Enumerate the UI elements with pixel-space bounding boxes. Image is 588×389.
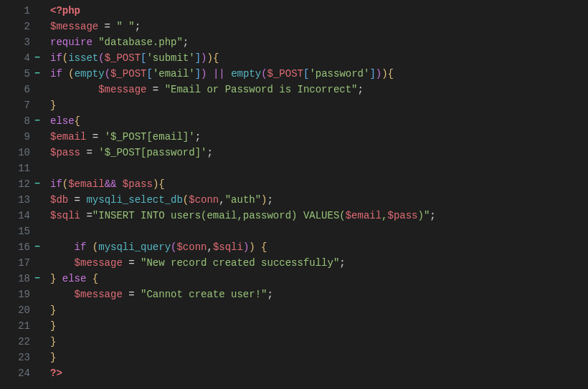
code-line[interactable]: $message = "Cannot create user!";: [50, 287, 588, 302]
code-token: ]: [369, 68, 375, 80]
code-line[interactable]: }: [50, 350, 588, 365]
code-line[interactable]: [50, 224, 588, 239]
code-token: "Cannot create user!": [141, 289, 267, 300]
code-line[interactable]: $message = "Email or Password is Incorre…: [50, 82, 588, 97]
code-token: [86, 273, 92, 284]
code-line[interactable]: }: [50, 334, 588, 350]
code-token: =: [98, 21, 116, 32]
code-token: ;: [339, 257, 345, 269]
code-token: if: [50, 178, 62, 190]
code-line[interactable]: if (mysqli_query($conn,$sqli)) {: [50, 239, 588, 255]
line-number: 19: [4, 287, 30, 302]
code-token: $sqli: [213, 241, 243, 253]
code-token: =: [123, 289, 141, 300]
code-token: ;: [430, 210, 435, 221]
code-line[interactable]: if($email&& $pass){: [50, 176, 588, 192]
code-token: ): [201, 68, 207, 80]
code-token: $email: [346, 210, 381, 221]
code-token: [225, 68, 231, 80]
code-token: =: [80, 210, 93, 221]
code-token: isset: [68, 52, 98, 64]
code-line[interactable]: ?>: [50, 365, 588, 381]
code-line[interactable]: $message = " ";: [50, 19, 588, 34]
fold-toggle-icon[interactable]: −: [34, 239, 40, 255]
code-token: ;: [207, 147, 212, 158]
code-line[interactable]: else{: [50, 113, 588, 129]
line-number: 10: [4, 145, 30, 160]
code-line[interactable]: if (empty($_POST['email']) || empty($_PO…: [50, 66, 588, 82]
code-token: }: [50, 304, 56, 316]
line-number: 14: [4, 208, 30, 224]
code-token: &&: [105, 178, 117, 190]
line-number: 23: [4, 350, 30, 365]
code-token: $email: [50, 131, 86, 143]
code-line[interactable]: $email = '$_POST[email]';: [50, 129, 588, 145]
code-token: $pass: [388, 210, 418, 221]
code-token: }: [50, 320, 56, 332]
code-token: {: [93, 273, 98, 284]
code-token: ;: [183, 37, 189, 48]
fold-toggle-icon[interactable]: −: [34, 66, 40, 82]
code-editor: 1234−5−678−9101112−13141516−1718−1920212…: [0, 0, 588, 384]
code-token: (: [261, 68, 267, 80]
code-token: $_POST: [105, 52, 141, 64]
code-line[interactable]: [50, 160, 588, 176]
code-token: $message: [75, 257, 123, 269]
code-line[interactable]: }: [50, 97, 588, 113]
code-line[interactable]: require "database.php";: [50, 34, 588, 50]
line-number: 8−: [4, 113, 30, 129]
code-line[interactable]: $pass = '$_POST[password]';: [50, 145, 588, 160]
code-token: ){: [207, 52, 219, 64]
code-token: $message: [50, 21, 98, 32]
code-token: ;: [267, 194, 273, 206]
code-token: ;: [358, 84, 364, 95]
code-area[interactable]: <?php$message = " ";require "database.ph…: [37, 3, 588, 381]
line-number: 1: [4, 3, 30, 19]
code-token: =: [86, 131, 104, 143]
line-number: 24: [4, 365, 30, 381]
code-token: (: [62, 52, 68, 64]
line-number: 21: [4, 318, 30, 334]
code-line[interactable]: <?php: [50, 3, 588, 19]
code-line[interactable]: if(isset($_POST['submit'])){: [50, 50, 588, 66]
code-token: }: [50, 352, 56, 363]
code-token: [: [146, 68, 152, 80]
code-token: 'password': [309, 68, 369, 80]
code-token: ){: [153, 178, 165, 190]
fold-toggle-icon[interactable]: −: [34, 50, 40, 66]
line-number: 17: [4, 255, 30, 271]
code-token: [86, 241, 92, 253]
code-token: =: [123, 257, 141, 269]
code-line[interactable]: $message = "New record created successfu…: [50, 255, 588, 271]
line-number: 18−: [4, 271, 30, 287]
code-token: $conn: [189, 194, 219, 206]
code-token: ;: [135, 21, 141, 32]
code-token: "database.php": [98, 37, 183, 48]
code-token: if: [75, 241, 87, 253]
code-line[interactable]: $db = mysqli_select_db($conn,"auth");: [50, 192, 588, 208]
line-number: 15: [4, 224, 30, 239]
code-line[interactable]: $sqli ="INSERT INTO users(email,password…: [50, 208, 588, 224]
line-number: 22: [4, 334, 30, 350]
code-token: else: [62, 273, 87, 284]
line-number: 3: [4, 34, 30, 50]
code-token: '$_POST[email]': [105, 131, 195, 143]
code-token: [62, 68, 68, 80]
code-token: '$_POST[password]': [98, 147, 207, 158]
code-token: " ": [116, 21, 134, 32]
code-token: ): [261, 194, 267, 206]
fold-toggle-icon[interactable]: −: [34, 113, 40, 129]
code-token: [93, 37, 98, 48]
code-token: 'email': [153, 68, 195, 80]
code-token: $message: [75, 289, 123, 300]
fold-toggle-icon[interactable]: −: [34, 271, 40, 287]
code-token: "auth": [225, 194, 261, 206]
code-token: {: [75, 115, 80, 127]
code-line[interactable]: }: [50, 302, 588, 318]
line-number: 9: [4, 129, 30, 145]
fold-toggle-icon[interactable]: −: [34, 176, 40, 192]
code-token: =: [80, 147, 98, 158]
code-line[interactable]: } else {: [50, 271, 588, 287]
code-line[interactable]: }: [50, 318, 588, 334]
code-token: ){: [381, 68, 394, 80]
